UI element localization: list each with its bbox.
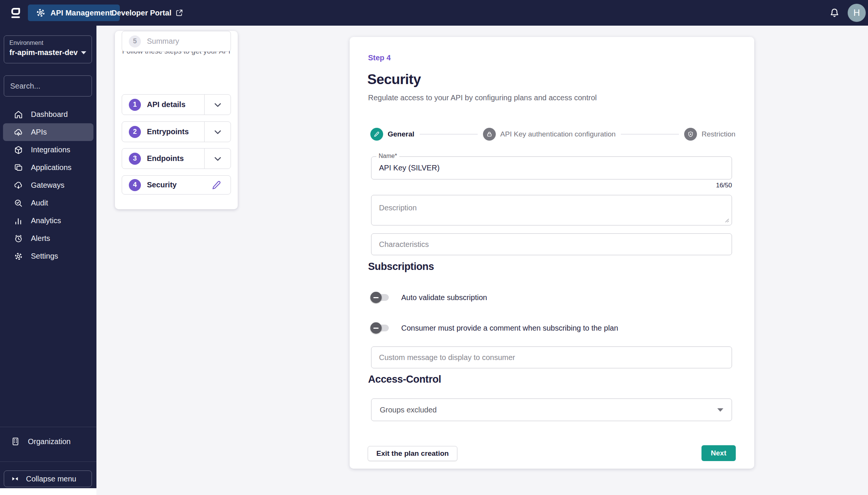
- sidebar-item-audit[interactable]: Audit: [3, 194, 93, 212]
- divider: [0, 461, 96, 462]
- avatar-initial: H: [853, 8, 860, 18]
- sidebar-item-gateways[interactable]: Gateways: [3, 176, 93, 194]
- top-bar: API Management Developer Portal H: [0, 0, 868, 26]
- sidebar-item-integrations[interactable]: Integrations: [3, 141, 93, 159]
- chevron-down-icon: [81, 51, 86, 54]
- building-icon: [11, 437, 20, 446]
- wizard-step-summary: 5 Summary: [122, 31, 231, 52]
- chevron-down-icon[interactable]: [204, 95, 231, 115]
- user-avatar[interactable]: H: [848, 4, 866, 22]
- step-tag: Step 4: [368, 54, 391, 62]
- sidebar-item-organization[interactable]: Organization: [3, 432, 93, 451]
- package-icon: [14, 145, 23, 155]
- auto-validate-toggle[interactable]: [371, 294, 389, 301]
- custom-message-field: [371, 346, 732, 368]
- cog-badge-icon: [35, 8, 46, 18]
- sidebar-item-label: Analytics: [31, 216, 61, 225]
- api-management-button[interactable]: API Management: [28, 5, 120, 21]
- exit-plan-creation-button[interactable]: Exit the plan creation: [368, 446, 457, 461]
- sidebar-item-applications[interactable]: Applications: [3, 159, 93, 176]
- alarm-clock-icon: [14, 234, 23, 244]
- characteristics-field: [371, 233, 732, 255]
- wizard-step-label: Security: [147, 181, 211, 189]
- step-number-badge: 4: [129, 179, 141, 191]
- sidebar-item-analytics[interactable]: Analytics: [3, 212, 93, 230]
- step-number-badge: 3: [129, 153, 141, 165]
- api-creation-panel: API creation Follow these steps to get y…: [115, 31, 238, 209]
- collapse-arrows-icon: [11, 475, 19, 483]
- wizard-step-entrypoints[interactable]: 2 Entrypoints: [122, 121, 231, 142]
- shield-icon: [684, 128, 697, 141]
- sidebar-item-apis[interactable]: APIs: [3, 123, 93, 141]
- content-area: API creation Follow these steps to get y…: [96, 26, 868, 495]
- environment-label: Environment: [9, 40, 86, 46]
- stepper-restriction[interactable]: Restriction: [684, 128, 735, 141]
- sidebar-menu: Dashboard APIs Integrations Applications: [0, 106, 96, 265]
- toggle-thumb-minus-icon: [370, 292, 382, 303]
- sidebar-item-settings[interactable]: Settings: [3, 247, 93, 265]
- notifications-bell-icon[interactable]: [829, 7, 840, 18]
- stepper-api-key-config[interactable]: API Key authentication configuration: [483, 128, 616, 141]
- auto-validate-toggle-row: Auto validate subscription: [371, 291, 487, 303]
- chevron-down-icon[interactable]: [204, 122, 231, 142]
- sidebar-item-label: Alerts: [31, 234, 50, 243]
- sidebar-item-dashboard[interactable]: Dashboard: [3, 106, 93, 123]
- api-management-label: API Management: [50, 9, 112, 17]
- security-step-card: Step 4 Security Regulate access to your …: [350, 37, 754, 469]
- plan-stepper: General API Key authentication configura…: [370, 127, 735, 141]
- sidebar-item-label: Settings: [31, 252, 58, 261]
- wizard-step-label: Endpoints: [147, 154, 204, 163]
- wizard-step-label: Summary: [147, 37, 231, 46]
- stepper-connector: [621, 134, 679, 135]
- description-textarea[interactable]: [371, 195, 732, 225]
- next-button[interactable]: Next: [701, 445, 736, 461]
- magnifier-check-icon: [14, 198, 23, 208]
- wizard-step-label: Entrypoints: [147, 127, 204, 136]
- stepper-connector: [420, 134, 478, 135]
- cloud-down-icon: [14, 181, 23, 190]
- developer-portal-link[interactable]: Developer Portal: [112, 5, 183, 21]
- wizard-step-api-details[interactable]: 1 API details: [122, 94, 231, 115]
- pencil-icon: [370, 128, 383, 141]
- subscriptions-heading: Subscriptions: [368, 261, 434, 273]
- access-control-heading: Access-Control: [368, 374, 441, 385]
- gravitee-logo[interactable]: [7, 5, 24, 21]
- name-input[interactable]: [371, 157, 732, 179]
- characteristics-input[interactable]: [371, 234, 732, 255]
- page-title: Security: [367, 72, 421, 87]
- step-number-badge: 5: [129, 35, 141, 48]
- stepper-label: General: [388, 130, 414, 138]
- page-subtitle: Regulate access to your API by configuri…: [368, 93, 597, 102]
- sidebar-item-label: APIs: [31, 128, 47, 136]
- environment-value: fr-apim-master-dev: [9, 48, 78, 57]
- collapse-menu-label: Collapse menu: [26, 475, 76, 483]
- stepper-label: API Key authentication configuration: [500, 130, 616, 138]
- search-input[interactable]: [9, 81, 111, 91]
- comment-required-toggle[interactable]: [371, 325, 389, 331]
- custom-message-input[interactable]: [371, 347, 732, 368]
- copies-icon: [14, 163, 23, 173]
- sidebar-item-label: Dashboard: [31, 110, 68, 119]
- wizard-step-endpoints[interactable]: 3 Endpoints: [122, 148, 231, 169]
- sidebar-item-label: Integrations: [31, 146, 70, 154]
- cloud-gear-icon: [14, 127, 23, 137]
- developer-portal-label: Developer Portal: [112, 9, 171, 17]
- collapse-menu-button[interactable]: Collapse menu: [4, 470, 92, 487]
- step-number-badge: 2: [129, 126, 141, 138]
- dropdown-caret-icon: [717, 408, 723, 412]
- groups-excluded-label: Groups excluded: [380, 406, 437, 414]
- divider: [0, 427, 96, 427]
- gear-icon: [14, 251, 23, 261]
- toggle-thumb-minus-icon: [370, 322, 382, 334]
- wizard-step-security[interactable]: 4 Security: [122, 175, 231, 195]
- stepper-general[interactable]: General: [370, 128, 414, 141]
- step-number-badge: 1: [129, 99, 141, 111]
- sidebar-item-label: Applications: [31, 163, 72, 172]
- chevron-down-icon[interactable]: [204, 149, 231, 169]
- external-link-icon: [175, 9, 183, 17]
- description-field: [371, 195, 732, 225]
- groups-excluded-select[interactable]: Groups excluded: [371, 398, 732, 421]
- environment-select[interactable]: Environment fr-apim-master-dev: [4, 35, 92, 63]
- sidebar-item-alerts[interactable]: Alerts: [3, 230, 93, 247]
- sidebar-search: [4, 75, 92, 97]
